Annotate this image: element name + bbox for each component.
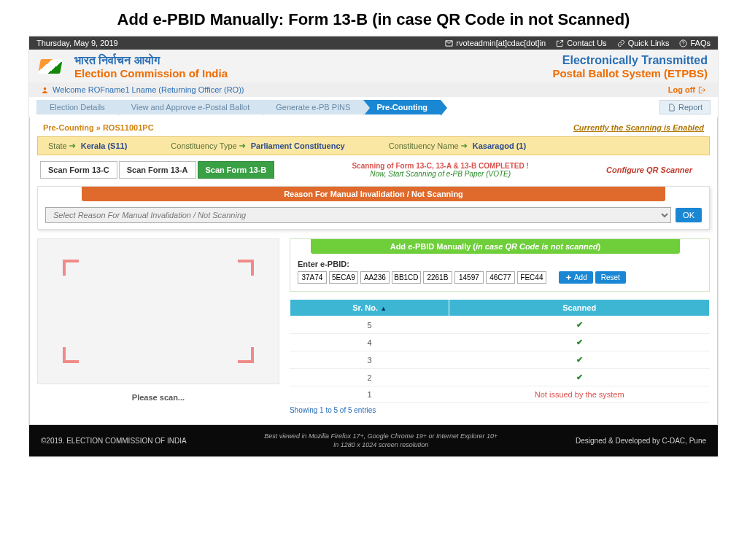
app-frame: Thursday, May 9, 2019 rvoteadmin[at]cdac… <box>29 36 718 456</box>
check-icon: ✔ <box>576 320 583 329</box>
link-icon <box>617 39 625 47</box>
table-row: 2✔ <box>290 369 709 386</box>
nav-pre-counting[interactable]: Pre-Counting <box>363 100 441 114</box>
cell-srno: 1 <box>290 386 449 403</box>
footer-right: Designed & Developed by C-DAC, Pune <box>576 437 706 445</box>
tab-scan-13a[interactable]: Scan Form 13-A <box>119 161 196 179</box>
top-email-text: rvoteadmin[at]cdac[dot]in <box>456 39 546 47</box>
scan-message: Scanning of Form 13-C, 13-A & 13-B COMPL… <box>276 162 605 178</box>
pbid-input-row: Add Reset <box>298 271 702 284</box>
arrow-icon <box>239 143 247 149</box>
question-icon <box>679 39 687 47</box>
scan-status: Currently the Scanning is Enabled <box>573 123 704 132</box>
check-icon: ✔ <box>576 373 583 381</box>
pbid-field-3[interactable] <box>392 271 421 284</box>
add-pbid-heading: Add e-PBID Manually (in case QR Code is … <box>311 239 680 254</box>
state-label: State <box>48 141 67 150</box>
ctype-value: Parliament Constituency <box>251 141 345 150</box>
arrow-icon <box>461 143 468 149</box>
breadcrumb: Pre-Counting » ROS11001PC <box>43 123 154 132</box>
head-pre: Add e-PBID Manually ( <box>390 242 476 251</box>
tab-scan-13b[interactable]: Scan Form 13-B <box>198 161 275 179</box>
scan-msg-line1: Scanning of Form 13-C, 13-A & 13-B COMPL… <box>276 162 605 170</box>
top-faqs[interactable]: FAQs <box>679 39 711 47</box>
ctype-label: Constituency Type <box>171 141 236 150</box>
scan-corner-br <box>238 347 254 363</box>
report-text: Report <box>678 103 703 112</box>
header: भारत निर्वाचन आयोग Election Commission o… <box>29 50 718 82</box>
state-value: Kerala (S11) <box>81 141 128 150</box>
top-contact-text: Contact Us <box>567 39 606 47</box>
cell-srno: 4 <box>290 334 449 351</box>
header-hindi: भारत निर्वाचन आयोग <box>74 54 228 67</box>
configure-scanner[interactable]: Configure QR Scanner <box>606 166 707 174</box>
scan-corner-tl <box>63 260 79 276</box>
pbid-field-6[interactable] <box>486 271 515 284</box>
report-icon <box>667 104 676 112</box>
footer-mid: Best viewed in Mozilla Firefox 17+, Goog… <box>187 432 576 449</box>
logoff-text: Log off <box>668 85 695 94</box>
plus-icon <box>565 273 573 281</box>
nav-election-details[interactable]: Election Details <box>36 100 118 114</box>
top-bar: Thursday, May 9, 2019 rvoteadmin[at]cdac… <box>29 36 718 50</box>
top-contact[interactable]: Contact Us <box>556 39 606 47</box>
user-icon <box>41 86 49 94</box>
enter-pbid-label: Enter e-PBID: <box>298 260 702 268</box>
welcome-text: Welcome ROFname1 Lname (Returning Office… <box>53 85 244 94</box>
ok-button[interactable]: OK <box>676 208 702 222</box>
meta-bar: State Kerala (S11) Constituency Type Par… <box>37 136 710 155</box>
cell-status: ✔ <box>449 316 710 334</box>
head-post: ) <box>598 242 601 251</box>
table-row: 3✔ <box>290 351 709 369</box>
top-email[interactable]: rvoteadmin[at]cdac[dot]in <box>445 39 546 47</box>
add-btn-text: Add <box>574 273 587 281</box>
nav-view-approve[interactable]: View and Approve e-Postal Ballot <box>118 100 263 114</box>
col-scanned[interactable]: Scanned <box>449 300 710 316</box>
pbid-field-0[interactable] <box>298 271 327 284</box>
report-button[interactable]: Report <box>659 100 711 114</box>
nav-row: Election Details View and Approve e-Post… <box>29 97 718 117</box>
col-srno[interactable]: Sr. No. ▲ <box>290 300 449 316</box>
cell-srno: 5 <box>290 316 449 334</box>
top-quick-text: Quick Links <box>628 39 670 47</box>
cell-srno: 2 <box>290 369 449 386</box>
top-faqs-text: FAQs <box>690 39 711 47</box>
cell-status: ✔ <box>449 334 710 351</box>
breadcrumb-row: Pre-Counting » ROS11001PC Currently the … <box>37 122 710 136</box>
scanned-table: Sr. No. ▲ Scanned 5✔4✔3✔2✔1Not issued by… <box>290 299 710 403</box>
top-bar-date: Thursday, May 9, 2019 <box>36 39 118 47</box>
pbid-field-1[interactable] <box>329 271 358 284</box>
scan-corner-tr <box>238 260 254 276</box>
table-row: 4✔ <box>290 334 709 351</box>
pbid-field-5[interactable] <box>454 271 484 284</box>
reason-heading: Reason For Manual Invalidation / Not Sca… <box>82 187 665 201</box>
pbid-field-4[interactable] <box>423 271 452 284</box>
slide-title: Add e-PBID Manually: Form 13-B (in case … <box>0 0 747 36</box>
logoff-link[interactable]: Log off <box>668 85 706 94</box>
cell-status: ✔ <box>449 369 710 386</box>
scan-corner-bl <box>63 347 79 363</box>
cell-srno: 3 <box>290 351 449 369</box>
welcome-bar: Welcome ROFname1 Lname (Returning Office… <box>29 82 718 97</box>
tab-scan-13c[interactable]: Scan Form 13-C <box>40 161 117 179</box>
scan-msg-line2: Now, Start Scanning of e-PB Paper (VOTE) <box>276 170 605 178</box>
footer-left: ©2019. ELECTION COMMISSION OF INDIA <box>41 437 187 445</box>
nav-generate-pins[interactable]: Generate e-PB PINS <box>263 100 363 114</box>
scan-viewport <box>37 238 279 384</box>
reason-select[interactable]: Select Reason For Manual Invalidation / … <box>45 207 671 223</box>
header-et: Electronically Transmitted <box>552 54 708 67</box>
entries-info: Showing 1 to 5 of 5 entries <box>290 403 710 416</box>
pbid-field-2[interactable] <box>360 271 390 284</box>
add-pbid-panel: Add e-PBID Manually (in case QR Code is … <box>290 238 710 292</box>
reset-button[interactable]: Reset <box>595 271 626 284</box>
top-quick[interactable]: Quick Links <box>617 39 670 47</box>
content: Pre-Counting » ROS11001PC Currently the … <box>29 117 718 425</box>
pbid-field-7[interactable] <box>517 271 546 284</box>
head-em: in case QR Code is not scanned <box>476 242 598 251</box>
add-button[interactable]: Add <box>559 271 593 284</box>
arrow-icon <box>69 143 77 149</box>
footer: ©2019. ELECTION COMMISSION OF INDIA Best… <box>29 425 718 456</box>
svg-point-1 <box>44 87 47 90</box>
table-row: 5✔ <box>290 316 709 334</box>
header-english: Election Commission of India <box>74 67 228 79</box>
